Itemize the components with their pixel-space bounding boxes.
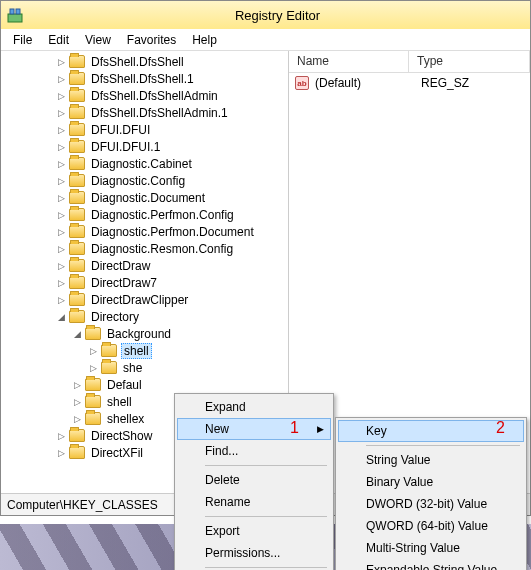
titlebar[interactable]: Registry Editor bbox=[1, 1, 530, 29]
folder-icon bbox=[69, 242, 85, 255]
tree-label: Diagnostic.Perfmon.Document bbox=[89, 225, 256, 239]
tree-item[interactable]: ▷DfsShell.DfsShell.1 bbox=[5, 70, 288, 87]
context-submenu-new[interactable]: KeyString ValueBinary ValueDWORD (32-bit… bbox=[335, 417, 527, 570]
menu-item[interactable]: Binary Value bbox=[338, 471, 524, 493]
expand-toggle[interactable]: ▷ bbox=[55, 260, 67, 272]
folder-icon bbox=[69, 259, 85, 272]
menu-item[interactable]: Expandable String Value bbox=[338, 559, 524, 570]
expand-toggle[interactable]: ▷ bbox=[55, 124, 67, 136]
tree-label: Diagnostic.Cabinet bbox=[89, 157, 194, 171]
expand-toggle[interactable]: ▷ bbox=[55, 430, 67, 442]
folder-icon bbox=[69, 157, 85, 170]
menu-item[interactable]: DWORD (32-bit) Value bbox=[338, 493, 524, 515]
menu-file[interactable]: File bbox=[5, 31, 40, 49]
folder-icon bbox=[69, 293, 85, 306]
svg-rect-2 bbox=[16, 9, 20, 14]
folder-icon bbox=[69, 106, 85, 119]
tree-label: DfsShell.DfsShell bbox=[89, 55, 186, 69]
tree-label: Defaul bbox=[105, 378, 144, 392]
expand-toggle[interactable]: ◢ bbox=[55, 311, 67, 323]
tree-item[interactable]: ▷shell bbox=[5, 342, 288, 359]
tree-item[interactable]: ▷Diagnostic.Perfmon.Document bbox=[5, 223, 288, 240]
tree-item[interactable]: ▷she bbox=[5, 359, 288, 376]
expand-toggle[interactable]: ▷ bbox=[71, 396, 83, 408]
tree-item[interactable]: ▷Defaul bbox=[5, 376, 288, 393]
expand-toggle[interactable]: ▷ bbox=[55, 141, 67, 153]
menu-favorites[interactable]: Favorites bbox=[119, 31, 184, 49]
expand-toggle[interactable]: ▷ bbox=[71, 379, 83, 391]
menu-item[interactable]: Permissions... bbox=[177, 542, 331, 564]
expand-toggle[interactable]: ▷ bbox=[55, 158, 67, 170]
expand-toggle[interactable]: ▷ bbox=[55, 56, 67, 68]
folder-icon bbox=[69, 55, 85, 68]
folder-icon bbox=[69, 174, 85, 187]
submenu-arrow-icon: ▶ bbox=[317, 424, 324, 434]
expand-toggle[interactable]: ▷ bbox=[55, 277, 67, 289]
header-type[interactable]: Type bbox=[409, 51, 530, 72]
tree-label: DirectShow bbox=[89, 429, 154, 443]
tree-item[interactable]: ▷DirectDrawClipper bbox=[5, 291, 288, 308]
tree-item[interactable]: ▷Diagnostic.Document bbox=[5, 189, 288, 206]
tree-item[interactable]: ▷DFUI.DFUI.1 bbox=[5, 138, 288, 155]
tree-item[interactable]: ▷DfsShell.DfsShellAdmin.1 bbox=[5, 104, 288, 121]
menu-edit[interactable]: Edit bbox=[40, 31, 77, 49]
tree-item[interactable]: ▷Diagnostic.Perfmon.Config bbox=[5, 206, 288, 223]
menu-item[interactable]: Delete bbox=[177, 469, 331, 491]
tree-item[interactable]: ◢Background bbox=[5, 325, 288, 342]
tree-label: DfsShell.DfsShell.1 bbox=[89, 72, 196, 86]
tree-item[interactable]: ▷DirectDraw bbox=[5, 257, 288, 274]
expand-toggle[interactable]: ▷ bbox=[55, 209, 67, 221]
tree-item[interactable]: ▷DfsShell.DfsShellAdmin bbox=[5, 87, 288, 104]
tree-item[interactable]: ▷Diagnostic.Config bbox=[5, 172, 288, 189]
menu-item[interactable]: Rename bbox=[177, 491, 331, 513]
annotation-2: 2 bbox=[496, 419, 505, 437]
header-name[interactable]: Name bbox=[289, 51, 409, 72]
menu-item[interactable]: String Value bbox=[338, 449, 524, 471]
expand-toggle[interactable]: ▷ bbox=[55, 226, 67, 238]
menu-item[interactable]: New▶ bbox=[177, 418, 331, 440]
menu-item[interactable]: Expand bbox=[177, 396, 331, 418]
expand-toggle[interactable]: ▷ bbox=[71, 413, 83, 425]
tree-item[interactable]: ◢Directory bbox=[5, 308, 288, 325]
expand-toggle[interactable]: ▷ bbox=[55, 107, 67, 119]
context-menu[interactable]: ExpandNew▶Find...DeleteRenameExportPermi… bbox=[174, 393, 334, 570]
tree-label: shellex bbox=[105, 412, 146, 426]
tree-label: Directory bbox=[89, 310, 141, 324]
list-row[interactable]: ab (Default) REG_SZ bbox=[289, 73, 530, 93]
folder-icon bbox=[101, 361, 117, 374]
list-header[interactable]: Name Type bbox=[289, 51, 530, 73]
tree-label: Diagnostic.Perfmon.Config bbox=[89, 208, 236, 222]
expand-toggle[interactable]: ▷ bbox=[55, 73, 67, 85]
expand-toggle[interactable]: ▷ bbox=[55, 90, 67, 102]
menu-help[interactable]: Help bbox=[184, 31, 225, 49]
tree-label: DirectDrawClipper bbox=[89, 293, 190, 307]
expand-toggle[interactable]: ▷ bbox=[87, 362, 99, 374]
tree-label: Diagnostic.Resmon.Config bbox=[89, 242, 235, 256]
folder-icon bbox=[69, 191, 85, 204]
tree-label: DfsShell.DfsShellAdmin bbox=[89, 89, 220, 103]
menu-item[interactable]: Export bbox=[177, 520, 331, 542]
expand-toggle[interactable]: ▷ bbox=[55, 243, 67, 255]
expand-toggle[interactable]: ▷ bbox=[55, 447, 67, 459]
expand-toggle[interactable]: ▷ bbox=[55, 192, 67, 204]
tree-item[interactable]: ▷Diagnostic.Cabinet bbox=[5, 155, 288, 172]
expand-toggle[interactable]: ▷ bbox=[55, 175, 67, 187]
tree-label: DirectDraw7 bbox=[89, 276, 159, 290]
tree-item[interactable]: ▷DFUI.DFUI bbox=[5, 121, 288, 138]
menu-item[interactable]: Multi-String Value bbox=[338, 537, 524, 559]
tree-item[interactable]: ▷DfsShell.DfsShell bbox=[5, 53, 288, 70]
folder-icon bbox=[69, 446, 85, 459]
tree-item[interactable]: ▷DirectDraw7 bbox=[5, 274, 288, 291]
folder-icon bbox=[85, 412, 101, 425]
folder-icon bbox=[101, 344, 117, 357]
expand-toggle[interactable]: ▷ bbox=[87, 345, 99, 357]
menu-view[interactable]: View bbox=[77, 31, 119, 49]
tree-label: she bbox=[121, 361, 144, 375]
tree-item[interactable]: ▷Diagnostic.Resmon.Config bbox=[5, 240, 288, 257]
expand-toggle[interactable]: ▷ bbox=[55, 294, 67, 306]
folder-icon bbox=[69, 310, 85, 323]
menu-item[interactable]: Find... bbox=[177, 440, 331, 462]
menu-item[interactable]: QWORD (64-bit) Value bbox=[338, 515, 524, 537]
expand-toggle[interactable]: ◢ bbox=[71, 328, 83, 340]
folder-icon bbox=[69, 429, 85, 442]
